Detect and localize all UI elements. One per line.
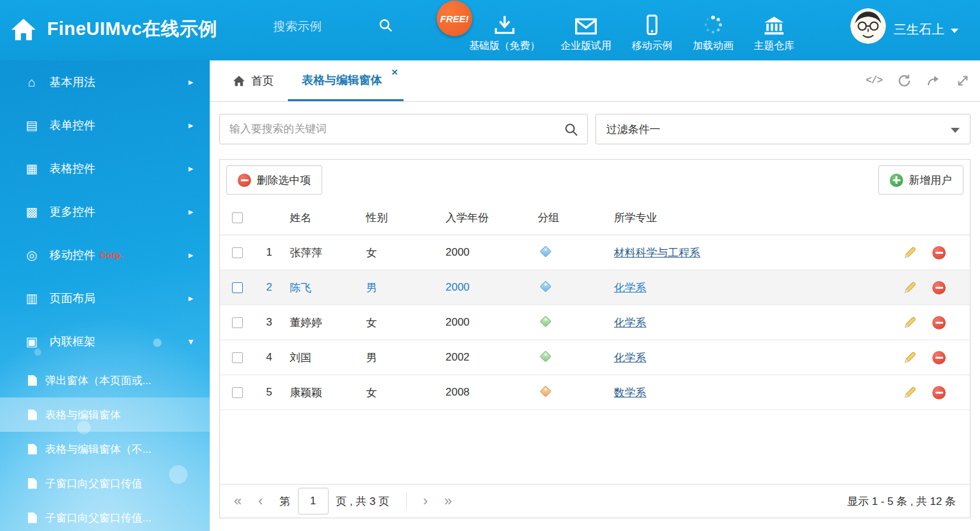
sidebar-submenu: 弹出窗体（本页面或... 表格与编辑窗体 表格与编辑窗体（不... 子窗口向父窗… <box>0 363 210 531</box>
table-row[interactable]: 1 张萍萍 女 2000 材料科学与工程系 <box>220 235 970 270</box>
table-row[interactable]: 2 陈飞 男 2000 化学系 <box>220 270 970 305</box>
nav-loading-animation[interactable]: 加载动画 <box>683 3 744 63</box>
header-search-input[interactable] <box>273 20 378 34</box>
filter-dropdown[interactable]: 过滤条件一 <box>595 114 970 144</box>
edit-icon[interactable] <box>903 280 917 294</box>
cell-year: 2000 <box>439 281 531 294</box>
table-row[interactable]: 4 刘国 男 2002 化学系 <box>220 340 970 375</box>
sidebar-item-label: 基本用法 <box>50 74 95 90</box>
sidebar-item[interactable]: ▦ 表格控件 <box>0 147 210 190</box>
sidebar-item[interactable]: ▩ 更多控件 <box>0 190 210 233</box>
edit-icon[interactable] <box>903 350 917 364</box>
first-page-icon[interactable]: « <box>234 494 242 508</box>
page-prefix: 第 <box>280 494 290 509</box>
nav-enterprise-trial[interactable]: 企业版试用 <box>550 3 622 63</box>
column-year[interactable]: 入学年份 <box>439 210 531 225</box>
cell-gender: 女 <box>360 315 439 330</box>
sidebar-item-label: 移动控件 <box>50 247 95 263</box>
last-page-icon[interactable]: » <box>444 494 452 508</box>
nav-label: 加载动画 <box>693 39 733 53</box>
edit-icon[interactable] <box>903 385 917 399</box>
row-checkbox[interactable] <box>232 352 243 363</box>
nav-theme-store[interactable]: 主题仓库 <box>744 3 805 63</box>
edit-icon[interactable] <box>903 245 917 259</box>
home-icon <box>233 75 245 86</box>
sidebar-item[interactable]: ▥ 页面布局 <box>0 277 210 320</box>
expand-icon[interactable] <box>956 74 970 88</box>
app-home-icon[interactable] <box>10 17 37 44</box>
add-user-button[interactable]: 新增用户 <box>878 165 963 195</box>
chevron-icon <box>188 336 193 347</box>
tab-home[interactable]: 首页 <box>219 60 288 101</box>
cell-gender: 女 <box>360 245 439 260</box>
column-name[interactable]: 姓名 <box>283 210 360 225</box>
search-icon[interactable] <box>378 18 393 36</box>
table-row[interactable]: 3 董婷婷 女 2000 化学系 <box>220 305 970 340</box>
row-checkbox[interactable] <box>232 387 243 398</box>
header-search <box>273 18 404 36</box>
sidebar-subitem[interactable]: 表格与编辑窗体 <box>0 397 210 432</box>
major-link[interactable]: 材料科学与工程系 <box>614 247 700 259</box>
pager: « ‹ 第 页 , 共 3 页 › » 显示 1 - 5 条 , 共 12 条 <box>220 484 970 518</box>
search-icon[interactable] <box>564 122 579 140</box>
close-icon[interactable] <box>391 66 398 79</box>
row-checkbox[interactable] <box>232 247 243 258</box>
delete-icon[interactable] <box>932 351 946 364</box>
major-link[interactable]: 化学系 <box>614 282 646 294</box>
next-page-icon[interactable]: › <box>423 494 428 508</box>
sidebar-item[interactable]: ▣ 内联框架 <box>0 320 210 363</box>
sidebar-item[interactable]: ⌂ 基本用法 <box>0 60 210 104</box>
sidebar-subitem[interactable]: 子窗口向父窗口传值... <box>0 500 210 531</box>
file-icon <box>28 513 37 523</box>
major-link[interactable]: 化学系 <box>614 317 646 329</box>
layout-icon: ▥ <box>23 291 41 306</box>
sidebar-subitem-label: 表格与编辑窗体 <box>45 408 121 422</box>
table-row[interactable]: 5 康颖颖 女 2008 数学系 <box>220 375 970 410</box>
user-avatar[interactable] <box>850 8 886 44</box>
select-all-checkbox[interactable] <box>232 212 243 223</box>
sidebar-item[interactable]: ◎ 移动控件 Corp. <box>0 233 210 277</box>
sidebar-subitem[interactable]: 表格与编辑窗体（不... <box>0 432 210 466</box>
minus-circle-icon <box>238 174 251 187</box>
sidebar-item-badge: Corp. <box>100 250 123 260</box>
delete-icon[interactable] <box>932 386 946 399</box>
delete-icon[interactable] <box>932 316 946 329</box>
refresh-icon[interactable] <box>897 74 911 88</box>
sidebar-subitem[interactable]: 子窗口向父窗口传值 <box>0 466 210 500</box>
user-menu[interactable]: 三生石上 <box>894 21 958 38</box>
page-number-input[interactable] <box>298 488 329 514</box>
home-icon: ⌂ <box>23 75 41 90</box>
share-icon[interactable] <box>927 74 941 88</box>
column-major[interactable]: 所学专业 <box>608 210 875 225</box>
sidebar-subitem-label: 子窗口向父窗口传值 <box>45 476 142 491</box>
source-code-icon[interactable]: </> <box>866 75 882 86</box>
edit-icon[interactable] <box>903 315 917 329</box>
column-group[interactable]: 分组 <box>531 210 608 225</box>
cell-name: 董婷婷 <box>283 315 360 330</box>
delete-icon[interactable] <box>932 246 946 259</box>
sidebar-item[interactable]: ▤ 表单控件 <box>0 104 210 147</box>
file-icon <box>28 444 37 455</box>
major-link[interactable]: 化学系 <box>614 352 646 364</box>
data-grid: 删除选中项 新增用户 姓名 性别 入学年份 分组 所学专业 1 张萍萍 <box>219 159 970 518</box>
sidebar-subitem[interactable]: 弹出窗体（本页面或... <box>0 363 210 397</box>
table-icon: ▦ <box>23 161 41 176</box>
row-checkbox[interactable] <box>232 317 243 328</box>
nav-basic-free[interactable]: 基础版（免费） <box>459 3 550 63</box>
nav-mobile-demo[interactable]: 移动示例 <box>622 3 683 63</box>
keyword-search-input[interactable] <box>220 114 587 144</box>
row-checkbox[interactable] <box>232 282 243 293</box>
prev-page-icon[interactable]: ‹ <box>258 494 262 508</box>
delete-selected-button[interactable]: 删除选中项 <box>226 165 322 195</box>
delete-icon[interactable] <box>932 281 946 294</box>
tab-bar: 首页 表格与编辑窗体 </> <box>210 60 980 102</box>
tab-grid-edit-window[interactable]: 表格与编辑窗体 <box>288 60 404 101</box>
sidebar-item-label: 表格控件 <box>50 161 95 176</box>
tab-tools: </> <box>866 60 970 101</box>
row-number: 5 <box>255 386 283 399</box>
table-header: 姓名 性别 入学年份 分组 所学专业 <box>220 200 970 235</box>
cell-name: 张萍萍 <box>283 245 360 260</box>
column-gender[interactable]: 性别 <box>360 210 439 225</box>
pager-divider <box>406 492 407 510</box>
major-link[interactable]: 数学系 <box>614 387 646 399</box>
